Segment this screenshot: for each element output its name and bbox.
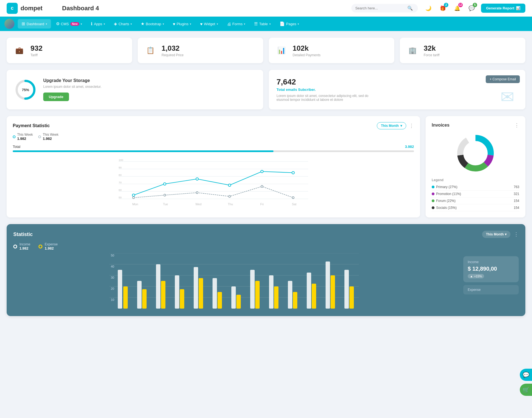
moon-icon[interactable]: 🌙 — [423, 3, 433, 13]
nav-item-widget[interactable]: ♥ Widget ▾ — [196, 19, 222, 29]
more-options-icon[interactable]: ⋮ — [409, 123, 414, 129]
payment-statistic-title: Payment Statistic — [13, 123, 50, 128]
detailed-payments-label: Detailed Payments — [293, 53, 321, 57]
nav-plugins-label: Plugins — [177, 22, 189, 26]
nav-item-charts[interactable]: ◈ Charts ▾ — [110, 19, 136, 29]
legend-title: Legend — [432, 178, 519, 182]
income-circle-icon — [13, 245, 17, 248]
legend-item-2: This Week 1.982 — [38, 133, 58, 141]
upgrade-description: Lorem ipsum dolor sit amet, onsectetur. — [43, 85, 101, 89]
statistic-header: Statistic This Month ▾ ⋮ — [13, 231, 519, 238]
cms-nav-icon: ⚙ — [56, 21, 60, 26]
statistic-month-button[interactable]: This Month ▾ — [482, 231, 510, 238]
svg-rect-72 — [349, 286, 354, 309]
svg-text:Tue: Tue — [163, 202, 168, 206]
nav-item-pages[interactable]: 📄 Pages ▾ — [276, 19, 303, 29]
svg-rect-56 — [199, 278, 203, 309]
svg-rect-58 — [218, 292, 222, 309]
charts-nav-icon: ◈ — [114, 21, 117, 26]
nav-bar: ⊞ Dashboard ▾ ⚙ CMS New ▾ ℹ Apps ▾ ◈ Cha… — [0, 17, 532, 31]
payment-statistic-card: Payment Statistic This Month ▾ ⋮ This We… — [7, 116, 420, 217]
month-selector-label: This Month — [381, 124, 399, 128]
invoices-donut-chart — [432, 131, 519, 175]
svg-text:70: 70 — [119, 181, 122, 184]
detailed-payments-info: 102k Detailed Payments — [293, 44, 321, 57]
tariff-number: 932 — [30, 44, 42, 53]
detailed-payments-card: 📊 102k Detailed Payments — [269, 38, 394, 63]
payment-progress-fill — [13, 150, 273, 152]
pages-nav-icon: 📄 — [280, 21, 285, 26]
invoices-card: Invoices ⋮ Legend — [426, 116, 525, 217]
widget-nav-icon: ♥ — [200, 22, 203, 26]
chart-bar-icon: 📊 — [516, 6, 520, 10]
nav-item-table[interactable]: ☰ Table ▾ — [250, 19, 274, 29]
legend-dot-2 — [38, 135, 41, 138]
svg-rect-65 — [288, 281, 292, 309]
generate-report-label: Generate Report — [486, 6, 514, 10]
gift-icon-btn[interactable]: 🎁 2 — [438, 3, 448, 13]
table-nav-icon: ☰ — [254, 21, 258, 26]
bell-badge: 12 — [458, 3, 463, 7]
required-price-number: 1,032 — [162, 44, 183, 53]
nav-apps-label: Apps — [94, 22, 102, 26]
bell-icon-btn[interactable]: 🔔 12 — [452, 3, 462, 13]
storage-percent: 75% — [22, 88, 29, 92]
svg-text:Mon: Mon — [132, 202, 138, 206]
page-title: Dashboard 4 — [57, 5, 346, 12]
legend-val-2: 1.982 — [43, 137, 58, 141]
nav-item-forms[interactable]: 🖨 Forms ▾ — [223, 19, 249, 29]
svg-rect-47 — [118, 270, 122, 309]
nav-item-dashboard[interactable]: ⊞ Dashboard ▾ — [18, 19, 51, 29]
svg-text:20: 20 — [111, 287, 114, 290]
statistic-more-icon[interactable]: ⋮ — [514, 231, 519, 237]
bar-chart-svg: 50 40 30 20 10 — [13, 253, 455, 309]
forum-value: 154 — [514, 199, 519, 203]
income-box-value: $ 12,890,00 — [468, 266, 514, 272]
svg-rect-57 — [213, 278, 217, 309]
promotion-color-dot — [432, 193, 434, 195]
statistic-title: Statistic — [13, 232, 33, 237]
search-input[interactable] — [355, 6, 405, 10]
compose-email-button[interactable]: + Compose Email — [486, 75, 520, 83]
expense-label: Expense — [45, 242, 58, 246]
income-label: Income — [19, 242, 30, 246]
upgrade-text: Upgrade Your Storage Lorem ipsum dolor s… — [43, 78, 101, 101]
apps-nav-icon: ℹ — [91, 21, 93, 26]
income-badge: ▲ +15% — [468, 274, 484, 278]
nav-item-bootstrap[interactable]: ★ Bootstrap ▾ — [137, 19, 168, 29]
legend-val-1: 1.982 — [17, 137, 33, 141]
chat-icon-btn[interactable]: 💬 5 — [467, 3, 477, 13]
generate-report-button[interactable]: Generate Report 📊 — [481, 4, 525, 13]
nav-item-apps[interactable]: ℹ Apps ▾ — [87, 19, 109, 29]
email-envelope-icon: ✉ — [495, 87, 520, 107]
force-tariff-card: 🏢 32k Force tariff — [400, 38, 525, 63]
svg-text:80: 80 — [119, 173, 122, 176]
expense-info-area: Expense — [463, 285, 519, 294]
legend-label-2: This Week 1.982 — [43, 133, 58, 141]
required-price-icon: 📋 — [144, 44, 157, 57]
promotion-label: Promotion (11%) — [436, 192, 461, 196]
chevron-down-stat-icon: ▾ — [505, 232, 507, 236]
nav-item-plugins[interactable]: ♥ Plugins ▾ — [169, 19, 195, 29]
forum-label: Forum (22%) — [436, 199, 456, 203]
email-subscribers-card: + Compose Email 7,642 Total emails Subcr… — [269, 70, 525, 109]
detailed-payments-icon: 📊 — [275, 44, 288, 57]
invoices-title: Invoices — [432, 123, 449, 128]
search-icon[interactable]: 🔍 — [407, 6, 413, 11]
svg-rect-69 — [326, 261, 330, 309]
chat-badge: 5 — [473, 3, 477, 7]
nav-item-cms[interactable]: ⚙ CMS New ▾ — [52, 19, 86, 29]
svg-point-25 — [292, 197, 294, 199]
svg-rect-71 — [344, 270, 349, 309]
month-selector-button[interactable]: This Month ▾ — [377, 122, 406, 129]
upgrade-button[interactable]: Upgrade — [43, 93, 69, 101]
promotion-value: 321 — [514, 192, 519, 196]
legend-promotion: Promotion (11%) 321 — [432, 191, 519, 198]
nav-charts-label: Charts — [119, 22, 129, 26]
invoices-more-icon[interactable]: ⋮ — [514, 122, 519, 128]
required-price-card: 📋 1,032 Required Price — [138, 38, 263, 63]
tariff-card: 💼 932 Tariff — [7, 38, 132, 63]
stat-cards-row: 💼 932 Tariff 📋 1,032 Required Price 📊 10… — [7, 38, 525, 63]
logo-area: c dompet — [7, 3, 51, 14]
email-subtitle: Total emails Subcriber. — [277, 88, 518, 92]
